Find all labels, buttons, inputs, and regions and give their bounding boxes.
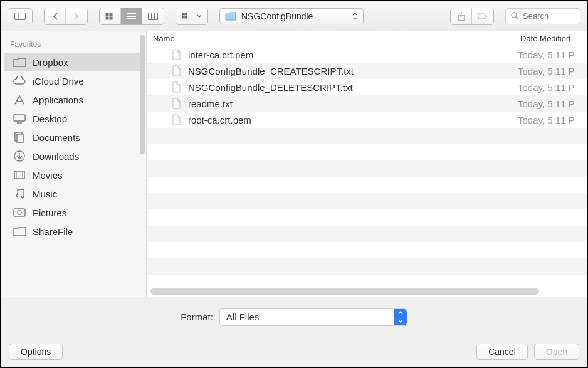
documents-icon	[13, 132, 26, 143]
back-button[interactable]	[45, 8, 66, 24]
empty-row	[147, 242, 587, 258]
view-mode-segment	[99, 8, 164, 25]
file-name: readme.txt	[188, 98, 518, 109]
svg-rect-0	[15, 13, 26, 19]
file-row[interactable]: root-ca.crt.pemToday, 5:11 P	[147, 112, 587, 128]
sidebar-item-dropbox[interactable]: Dropbox	[4, 53, 144, 71]
sidebar-item-label: Downloads	[33, 151, 79, 162]
sidebar-item-label: Desktop	[33, 113, 67, 124]
sidebar-item-label: Pictures	[33, 208, 66, 218]
path-stepper-icon	[352, 9, 358, 24]
empty-row	[147, 209, 587, 226]
sidebar-item-label: ShareFile	[33, 226, 73, 237]
svg-rect-9	[149, 13, 158, 19]
movies-icon	[13, 169, 26, 181]
format-selected-value: All Files	[226, 312, 260, 322]
file-icon	[171, 65, 182, 77]
file-icon	[171, 81, 182, 93]
folder-path-popup[interactable]: NSGConfigBundle	[219, 8, 364, 24]
app-icon	[13, 94, 26, 105]
sidebar: Favorites DropboxiCloud DriveApplication…	[1, 31, 147, 297]
svg-point-29	[18, 211, 21, 214]
svg-rect-25	[14, 171, 24, 179]
format-stepper-icon	[394, 309, 407, 325]
folder-icon	[225, 12, 236, 21]
svg-line-18	[516, 17, 518, 19]
cancel-button[interactable]: Cancel	[476, 344, 528, 360]
sidebar-item-desktop[interactable]: Desktop	[4, 109, 144, 128]
sidebar-item-pictures[interactable]: Pictures	[4, 203, 144, 222]
svg-rect-4	[106, 17, 108, 19]
sidebar-item-applications[interactable]: Applications	[4, 90, 144, 109]
file-row[interactable]: readme.txtToday, 5:11 P	[147, 95, 587, 112]
sidebar-item-label: iCloud Drive	[33, 76, 84, 87]
empty-row	[147, 160, 587, 177]
search-input[interactable]	[523, 11, 575, 21]
file-row[interactable]: NSGConfigBundle_DELETESCRIPT.txtToday, 5…	[147, 79, 587, 95]
file-date: Today, 5:11 P	[518, 115, 587, 125]
empty-row	[147, 144, 587, 160]
view-list-button[interactable]	[121, 8, 142, 24]
file-date: Today, 5:11 P	[518, 98, 587, 109]
file-name: NSGConfigBundle_DELETESCRIPT.txt	[188, 82, 518, 93]
open-button[interactable]: Open	[534, 344, 579, 360]
sidebar-item-label: Music	[33, 189, 57, 199]
sidebar-item-sharefile[interactable]: ShareFile	[4, 222, 144, 241]
column-date-header[interactable]: Date Modified	[518, 31, 587, 46]
file-date: Today, 5:11 P	[518, 66, 587, 76]
sidebar-item-documents[interactable]: Documents	[4, 128, 144, 147]
file-icon	[171, 113, 182, 126]
cloud-icon	[13, 75, 26, 87]
empty-row	[147, 258, 587, 275]
file-row[interactable]: inter-ca.crt.pemToday, 5:11 P	[147, 46, 587, 63]
svg-rect-5	[110, 17, 112, 19]
music-icon	[13, 188, 26, 199]
file-date: Today, 5:11 P	[518, 50, 587, 60]
empty-row	[147, 128, 587, 144]
svg-rect-12	[182, 13, 184, 15]
svg-point-17	[512, 13, 517, 18]
search-field[interactable]	[505, 8, 580, 24]
file-icon	[171, 97, 182, 110]
nav-back-forward	[44, 8, 88, 25]
folder-icon	[13, 56, 26, 68]
sidebar-item-downloads[interactable]: Downloads	[4, 147, 144, 166]
format-select[interactable]: All Files	[219, 308, 407, 326]
sidebar-item-movies[interactable]: Movies	[4, 166, 144, 184]
svg-rect-15	[185, 16, 187, 18]
sidebar-item-music[interactable]: Music	[4, 184, 144, 203]
sidebar-item-icloud-drive[interactable]: iCloud Drive	[4, 71, 144, 90]
horizontal-scrollbar[interactable]	[147, 287, 587, 297]
file-name: NSGConfigBundle_CREATESCRIPT.txt	[188, 66, 518, 76]
file-icon	[171, 48, 182, 61]
file-name: root-ca.crt.pem	[188, 115, 518, 125]
empty-row	[147, 177, 587, 193]
view-icons-button[interactable]	[100, 8, 121, 24]
sidebar-item-label: Documents	[33, 132, 80, 143]
sidebar-toggle-button[interactable]	[8, 8, 33, 24]
downloads-icon	[13, 150, 26, 162]
svg-rect-14	[182, 16, 184, 18]
file-row[interactable]: NSGConfigBundle_CREATESCRIPT.txtToday, 5…	[147, 63, 587, 79]
forward-button[interactable]	[66, 8, 87, 24]
file-list: Name Date Modified inter-ca.crt.pemToday…	[147, 31, 587, 297]
svg-rect-2	[106, 13, 108, 16]
view-columns-button[interactable]	[142, 8, 164, 24]
svg-rect-23	[17, 134, 24, 142]
options-button[interactable]: Options	[9, 344, 63, 360]
svg-rect-13	[185, 13, 187, 15]
column-name-header[interactable]: Name	[147, 31, 518, 46]
svg-rect-20	[14, 115, 25, 121]
file-date: Today, 5:11 P	[518, 82, 587, 93]
share-button[interactable]	[451, 8, 472, 24]
svg-rect-28	[14, 209, 25, 216]
share-tags-segment	[450, 8, 494, 25]
sidebar-scrollbar[interactable]	[140, 35, 145, 154]
tags-button[interactable]	[472, 8, 493, 24]
search-icon	[511, 12, 519, 20]
folder-path-label: NSGConfigBundle	[241, 11, 313, 21]
folder-icon	[13, 226, 26, 237]
group-by-button[interactable]	[176, 8, 208, 25]
toolbar: NSGConfigBundle	[1, 1, 587, 31]
format-bar: Format: All Files	[1, 297, 587, 337]
